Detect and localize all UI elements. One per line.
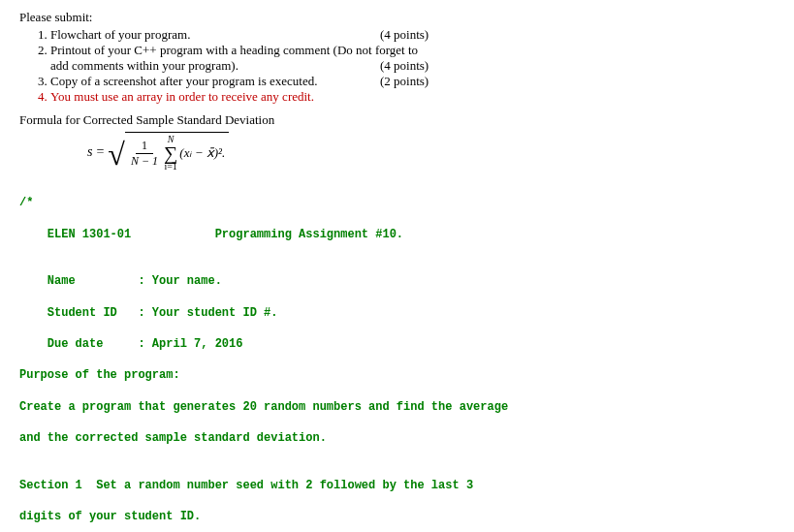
c-l7: Purpose of the program: <box>19 367 775 383</box>
c-l2: ELEN 1301-01 Programming Assignment #10. <box>19 227 775 242</box>
c-l11: Section 1 Set a random number seed with … <box>19 478 775 493</box>
sigma-icon: ∑ <box>164 144 177 162</box>
submit-item-2-points: (4 points) <box>380 58 448 74</box>
sqrt-body: 1 N − 1 N ∑ i=1 (xᵢ − x̄)². <box>125 132 229 172</box>
submit-list: Flowchart of your program. (4 points) Pr… <box>50 27 775 105</box>
formula-term: (xᵢ − x̄)². <box>179 145 225 161</box>
code-block: /* ELEN 1301-01 Programming Assignment #… <box>19 179 775 532</box>
submit-item-4: You must use an array in order to receiv… <box>50 89 775 105</box>
fraction: 1 N − 1 <box>129 139 160 169</box>
c-l1: /* <box>19 195 775 210</box>
formula-head: Formula for Corrected Sample Standard De… <box>19 112 775 128</box>
submit-item-3: Copy of a screenshot after your program … <box>50 74 775 89</box>
submit-block: Please submit: Flowchart of your program… <box>19 10 775 105</box>
summation: N ∑ i=1 <box>164 135 177 172</box>
submit-item-2-text: Printout of your C++ program with a head… <box>50 43 448 58</box>
frac-num: 1 <box>136 139 153 154</box>
c-l4: Name : Your name. <box>19 273 775 289</box>
c-l8: Create a program that generates 20 rando… <box>19 399 775 415</box>
submit-item-2-cont: add comments within your program). <box>50 58 380 74</box>
submit-item-1-points: (4 points) <box>380 27 448 43</box>
frac-den: N − 1 <box>129 154 160 169</box>
c-l6: Due date : April 7, 2016 <box>19 336 775 352</box>
submit-item-3-text: Copy of a screenshot after your program … <box>50 74 380 89</box>
c-l5: Student ID : Your student ID #. <box>19 305 775 321</box>
submit-item-4-text: You must use an array in order to receiv… <box>50 89 314 104</box>
formula-s: s <box>87 144 92 160</box>
submit-item-2: Printout of your C++ program with a head… <box>50 43 775 74</box>
submit-item-1-text: Flowchart of your program. <box>50 27 380 43</box>
submit-item-3-points: (2 points) <box>380 74 448 89</box>
c-l9: and the corrected sample standard deviat… <box>19 430 775 446</box>
submit-head: Please submit: <box>19 10 775 25</box>
formula: s = √ 1 N − 1 N ∑ i=1 (xᵢ − x̄)². <box>87 132 775 172</box>
c-l12: digits of your student ID. <box>19 509 775 524</box>
sum-bottom: i=1 <box>164 162 176 172</box>
submit-item-1: Flowchart of your program. (4 points) <box>50 27 775 43</box>
equals-sign: = <box>96 144 104 160</box>
